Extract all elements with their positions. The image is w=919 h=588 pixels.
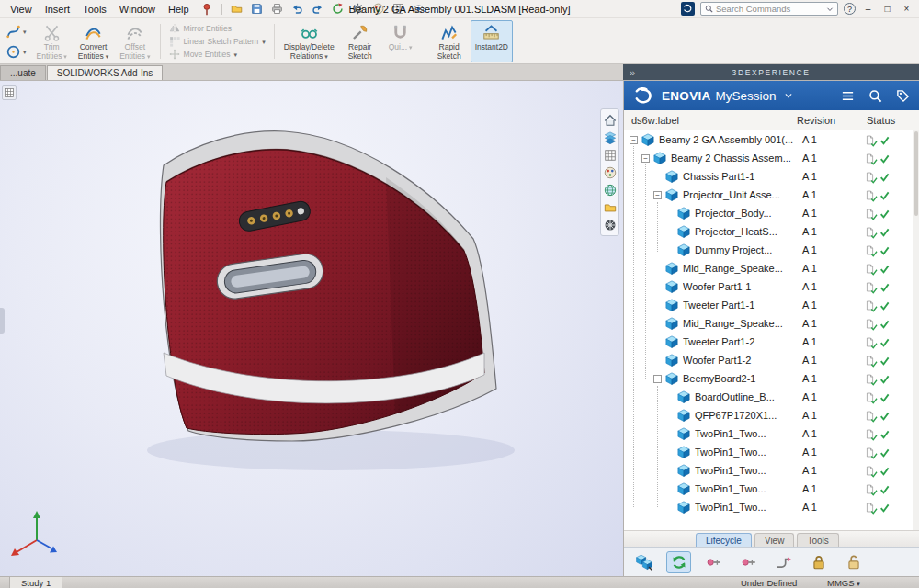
offset-entities[interactable]: OffsetEntities ▾: [115, 20, 154, 62]
tree-row[interactable]: − Beamy 2 GA Assembly 001(... A 1: [624, 130, 919, 149]
tree-row[interactable]: BoardOutline_B... A 1: [624, 388, 919, 406]
undo-icon[interactable]: [290, 2, 304, 16]
tree-scrollbar[interactable]: [913, 130, 919, 530]
column-status[interactable]: Status: [867, 115, 895, 126]
assembly-model[interactable]: [0, 81, 623, 576]
connect-icon[interactable]: [736, 551, 761, 573]
views-grid-icon[interactable]: [603, 148, 617, 162]
select-related-icon[interactable]: [631, 551, 656, 573]
tree-row[interactable]: TwoPin1_Two... A 1: [624, 443, 919, 461]
redo-icon[interactable]: [311, 2, 324, 16]
print-icon[interactable]: [270, 2, 284, 16]
column-revision[interactable]: Revision: [797, 115, 835, 126]
tree-row[interactable]: Projector_HeatS... A 1: [624, 222, 919, 241]
3dexperience-launcher-button[interactable]: [681, 2, 695, 16]
options-wheel-icon[interactable]: [603, 218, 617, 232]
move-entities[interactable]: Move Entities▾: [169, 49, 266, 61]
convert-entities[interactable]: ConvertEntities ▾: [74, 20, 113, 62]
tree-row[interactable]: Woofer Part1-2 A 1: [624, 351, 919, 369]
trim-entities[interactable]: TrimEntities ▾: [32, 20, 72, 62]
menu-icon[interactable]: [841, 89, 855, 103]
graphics-area[interactable]: [0, 81, 623, 576]
menu-help[interactable]: Help: [162, 4, 196, 15]
tab-solidworks-add-ins[interactable]: SOLIDWORKS Add-Ins: [47, 65, 163, 80]
tree-row[interactable]: Mid_Range_Speake... A 1: [624, 259, 919, 277]
minimize-button[interactable]: –: [861, 4, 875, 14]
menu-view[interactable]: View: [4, 4, 39, 15]
instant2d[interactable]: Instant2D: [471, 20, 513, 62]
tree-row[interactable]: TwoPin1_Two... A 1: [624, 480, 919, 498]
tree-row[interactable]: Mid_Range_Speake... A 1: [624, 314, 919, 333]
tab--uate[interactable]: ...uate: [0, 65, 46, 80]
help-button[interactable]: ?: [844, 3, 856, 15]
column-label[interactable]: ds6w:label: [624, 115, 679, 126]
units-selector[interactable]: MMGS ▾: [827, 578, 860, 588]
open-icon[interactable]: [230, 2, 244, 16]
part-cube-icon: [677, 243, 690, 256]
expander-icon[interactable]: −: [653, 191, 662, 199]
reroute-icon[interactable]: [771, 551, 796, 573]
collapse-panel-icon[interactable]: »: [630, 67, 635, 78]
tag-icon[interactable]: [896, 89, 910, 103]
disconnect-icon[interactable]: [701, 551, 726, 573]
sync-status-icon: [879, 282, 890, 292]
repair-sketch[interactable]: RepairSketch: [341, 20, 380, 62]
tree-row[interactable]: Projector_Body... A 1: [624, 204, 919, 222]
layers-icon[interactable]: [603, 130, 617, 144]
item-revision: A 1: [802, 465, 817, 476]
tree-row[interactable]: − BeemyBoard2-1 A 1: [624, 369, 919, 388]
session-chevron-icon[interactable]: [784, 91, 793, 100]
tree-row[interactable]: Chassis Part1-1 A 1: [624, 167, 919, 186]
command-search[interactable]: [700, 2, 838, 16]
motion-study-tab[interactable]: Study 1: [9, 577, 62, 588]
item-status: [865, 281, 890, 293]
home-icon[interactable]: [603, 113, 617, 127]
appearance-palette-icon[interactable]: [603, 165, 617, 179]
search-input[interactable]: [716, 4, 823, 14]
tree-row[interactable]: − Beamy 2 Chassis Assem... A 1: [624, 149, 919, 167]
menu-insert[interactable]: Insert: [39, 4, 77, 15]
tree-row[interactable]: QFP67P1720X1... A 1: [624, 406, 919, 424]
circle-flyout[interactable]: ▾: [4, 42, 28, 61]
panel-tab-view[interactable]: View: [754, 533, 795, 547]
titlebar-right: ? – □ ×: [681, 2, 915, 16]
left-panel-handle[interactable]: [0, 308, 5, 334]
menu-window[interactable]: Window: [113, 4, 162, 15]
item-status: [865, 189, 890, 201]
panel-tab-tools[interactable]: Tools: [797, 533, 838, 547]
expander-icon[interactable]: −: [641, 154, 650, 163]
quick-snaps[interactable]: Qui... ▾: [381, 20, 420, 62]
folder-icon[interactable]: [603, 200, 617, 214]
mirror-entities[interactable]: Mirror Entities: [169, 23, 266, 35]
environment-globe-icon[interactable]: [603, 183, 617, 197]
part-cube-icon: [665, 280, 678, 293]
tree-row[interactable]: Dummy Project... A 1: [624, 241, 919, 259]
style-spline-flyout[interactable]: ▾: [4, 22, 28, 40]
tree-row[interactable]: TwoPin1_Two... A 1: [624, 424, 919, 443]
linear-sketch-pattern[interactable]: Linear Sketch Pattern▾: [169, 36, 266, 48]
tree-row[interactable]: − Projector_Unit Asse... A 1: [624, 186, 919, 204]
panel-tab-lifecycle[interactable]: Lifecycle: [696, 533, 752, 547]
refresh-session-icon[interactable]: [666, 551, 691, 573]
chevron-down-icon[interactable]: [826, 6, 834, 13]
save-icon[interactable]: [250, 2, 264, 16]
tree-row[interactable]: TwoPin1_Two... A 1: [624, 498, 919, 516]
unlock-icon[interactable]: [841, 551, 866, 573]
tree-row[interactable]: Tweeter Part1-2 A 1: [624, 333, 919, 351]
expander-icon[interactable]: −: [653, 375, 662, 383]
rapid-sketch[interactable]: RapidSketch: [430, 20, 469, 62]
tree-row[interactable]: Tweeter Part1-1 A 1: [624, 296, 919, 314]
tree-row[interactable]: TwoPin1_Two... A 1: [624, 461, 919, 480]
expander-icon[interactable]: −: [630, 136, 638, 144]
lock-icon[interactable]: [806, 551, 831, 573]
left-dock-icon[interactable]: [2, 85, 17, 100]
scrollbar-thumb[interactable]: [914, 131, 918, 216]
restore-button[interactable]: □: [880, 4, 894, 14]
rebuild-icon[interactable]: [331, 2, 345, 16]
close-button[interactable]: ×: [900, 4, 913, 14]
pin-icon[interactable]: [200, 3, 213, 16]
search-icon[interactable]: [868, 89, 882, 103]
menu-tools[interactable]: Tools: [76, 4, 113, 15]
display-delete-relations[interactable]: Display/DeleteRelations ▾: [279, 20, 339, 62]
tree-row[interactable]: Woofer Part1-1 A 1: [624, 277, 919, 296]
